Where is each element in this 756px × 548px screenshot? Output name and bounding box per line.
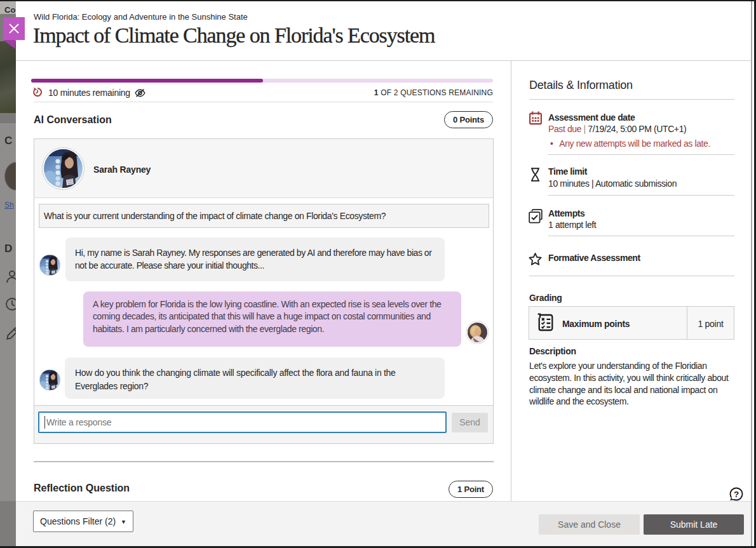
svg-text:?: ?	[734, 490, 739, 499]
